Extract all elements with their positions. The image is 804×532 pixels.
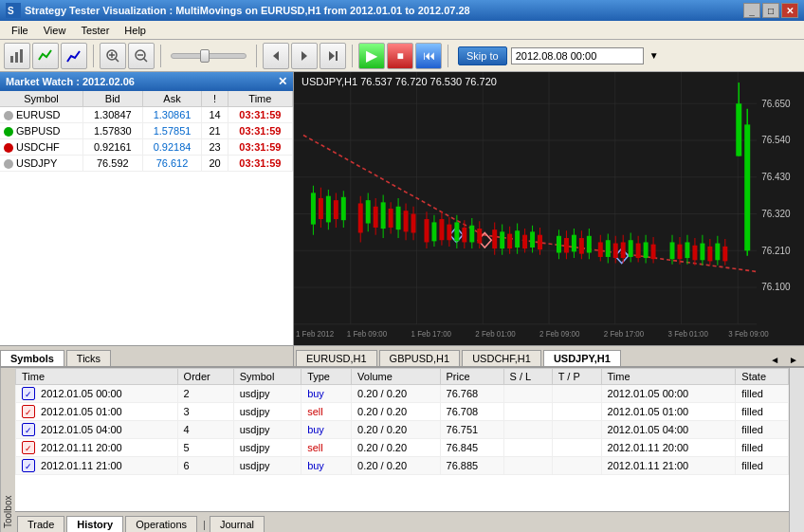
row-price: 76.751 <box>440 421 503 439</box>
menu-help[interactable]: Help <box>117 23 154 38</box>
reset-button[interactable]: ⏮ <box>415 43 442 69</box>
row-state: filled <box>736 385 789 403</box>
market-watch-row[interactable]: USDJPY 76.592 76.612 20 03:31:59 <box>0 156 293 172</box>
th-tp: T / P <box>552 369 601 385</box>
svg-text:76.540: 76.540 <box>761 134 791 146</box>
th-volume: Volume <box>352 369 440 385</box>
row-type: buy <box>302 421 352 439</box>
skip-to-area: Skip to ▼ <box>458 46 659 65</box>
market-watch-row[interactable]: EURUSD 1.30847 1.30861 14 03:31:59 <box>0 107 293 123</box>
market-watch-row[interactable]: USDCHF 0.92161 0.92184 23 03:31:59 <box>0 139 293 156</box>
chart-scroll-left[interactable]: ◄ <box>766 354 783 366</box>
menu-tester[interactable]: Tester <box>73 23 117 38</box>
row-type: buy <box>302 385 352 403</box>
skip-to-input[interactable] <box>511 47 644 64</box>
speed-slider-thumb[interactable] <box>200 49 210 63</box>
tab-symbols[interactable]: Symbols <box>0 350 64 366</box>
market-watch-title: Market Watch : 2012.02.06 <box>6 76 135 87</box>
btab-journal[interactable]: Journal <box>210 516 265 532</box>
toolbar-next-btn[interactable] <box>291 43 318 69</box>
mw-bid: 1.30847 <box>82 107 142 123</box>
chart-tab-gbpusd[interactable]: GBPUSD,H1 <box>379 350 461 366</box>
btab-operations[interactable]: Operations <box>125 516 197 532</box>
row-close-time: 2012.01.11 20:00 <box>601 439 736 457</box>
minimize-button[interactable]: _ <box>743 3 760 18</box>
row-symbol: usdjpy <box>233 457 301 475</box>
toolbar-expert-btn[interactable] <box>61 43 87 69</box>
app-icon: S <box>6 3 21 18</box>
row-sl <box>503 385 552 403</box>
btab-trade[interactable]: Trade <box>17 516 64 532</box>
mw-excl: 20 <box>202 156 228 172</box>
svg-rect-2 <box>10 56 13 63</box>
row-tp <box>552 385 601 403</box>
th-order: Order <box>177 369 233 385</box>
col-bid: Bid <box>82 91 142 107</box>
speed-slider[interactable] <box>171 53 247 59</box>
mw-symbol: USDCHF <box>0 139 82 156</box>
scroll-bar-vertical[interactable] <box>789 368 804 532</box>
row-close-time: 2012.01.05 04:00 <box>601 421 736 439</box>
row-order: 6 <box>177 457 233 475</box>
row-order: 3 <box>177 403 233 421</box>
mw-symbol: USDJPY <box>0 156 82 172</box>
chart-tab-usdchf[interactable]: USDCHF,H1 <box>462 350 541 366</box>
row-volume: 0.20 / 0.20 <box>352 439 440 457</box>
row-order: 4 <box>177 421 233 439</box>
svg-rect-4 <box>20 49 23 63</box>
mw-symbol: EURUSD <box>0 107 82 123</box>
skip-to-dropdown[interactable]: ▼ <box>649 50 659 61</box>
row-state: filled <box>736 403 789 421</box>
toolbar-chart-btn[interactable] <box>4 43 30 69</box>
chart-tabs: EURUSD,H1 GBPUSD,H1 USDCHF,H1 USDJPY,H1 … <box>294 345 804 366</box>
chart-tab-eurusd[interactable]: EURUSD,H1 <box>296 350 377 366</box>
menu-file[interactable]: File <box>4 23 36 38</box>
row-type: buy <box>302 457 352 475</box>
chart-wrapper[interactable]: USDJPY,H1 76.537 76.720 76.530 76.720 <box>294 72 804 345</box>
chart-scroll-right[interactable]: ► <box>785 354 802 366</box>
row-sl <box>503 421 552 439</box>
title-bar: S Strategy Tester Visualization : MultiM… <box>0 0 804 21</box>
chart-header: USDJPY,H1 76.537 76.720 76.530 76.720 <box>296 74 502 89</box>
toolbar-end-btn[interactable] <box>320 43 346 69</box>
history-row[interactable]: ✓ 2012.01.11 21:00 6 usdjpy buy 0.20 / 0… <box>16 457 789 475</box>
bottom-inner: Toolbox Time Order Symbol Type Volume Pr… <box>0 368 804 532</box>
toolbar-zoom-out[interactable] <box>128 43 155 69</box>
col-time: Time <box>228 91 292 107</box>
stop-button[interactable]: ■ <box>387 43 413 69</box>
market-watch-row[interactable]: GBPUSD 1.57830 1.57851 21 03:31:59 <box>0 123 293 139</box>
close-button[interactable]: ✕ <box>781 3 798 18</box>
menu-view[interactable]: View <box>36 23 74 38</box>
toolbar-indicators-btn[interactable] <box>32 43 59 69</box>
toolbar-prev-btn[interactable] <box>263 43 289 69</box>
chart-scroll: ◄ ► <box>766 354 802 366</box>
row-close-time: 2012.01.11 21:00 <box>601 457 736 475</box>
mw-excl: 14 <box>202 107 228 123</box>
mw-time: 03:31:59 <box>228 139 292 156</box>
toolbar-separator-1 <box>93 45 94 67</box>
history-row[interactable]: ✓ 2012.01.11 20:00 5 usdjpy sell 0.20 / … <box>16 439 789 457</box>
maximize-button[interactable]: □ <box>762 3 779 18</box>
history-table: Time Order Symbol Type Volume Price S / … <box>15 368 789 475</box>
row-close-time: 2012.01.05 00:00 <box>601 385 736 403</box>
th-state: State <box>736 369 789 385</box>
svg-text:1 Feb 17:00: 1 Feb 17:00 <box>411 329 452 339</box>
btab-history[interactable]: History <box>66 516 123 532</box>
tab-ticks[interactable]: Ticks <box>66 350 111 366</box>
history-row[interactable]: ✓ 2012.01.05 01:00 3 usdjpy sell 0.20 / … <box>16 403 789 421</box>
market-watch-close[interactable]: ✕ <box>278 75 287 88</box>
col-ask: Ask <box>142 91 202 107</box>
chart-tab-usdjpy[interactable]: USDJPY,H1 <box>543 350 621 366</box>
row-tp <box>552 403 601 421</box>
toolbar-zoom-in[interactable] <box>100 43 126 69</box>
row-state: filled <box>736 457 789 475</box>
history-row[interactable]: ✓ 2012.01.05 00:00 2 usdjpy buy 0.20 / 0… <box>16 385 789 403</box>
history-row[interactable]: ✓ 2012.01.05 04:00 4 usdjpy buy 0.20 / 0… <box>16 421 789 439</box>
mw-bid: 76.592 <box>82 156 142 172</box>
svg-text:3 Feb 09:00: 3 Feb 09:00 <box>728 329 769 339</box>
toolbar-separator-3 <box>256 45 257 67</box>
mw-time: 03:31:59 <box>228 123 292 139</box>
play-button[interactable]: ▶ <box>358 43 385 69</box>
skip-to-button[interactable]: Skip to <box>458 46 507 65</box>
mw-symbol: GBPUSD <box>0 123 82 139</box>
